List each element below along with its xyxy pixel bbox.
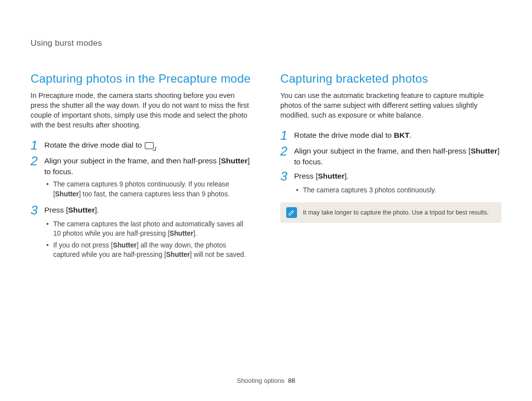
step-number: 2: [280, 145, 294, 157]
step-text: Align your subject in the frame, and the…: [44, 154, 252, 177]
left-intro: In Precapture mode, the camera starts sh…: [31, 91, 252, 130]
page-number: 88: [288, 377, 295, 384]
right-step-1: 1 Rotate the drive mode dial to BKT.: [280, 129, 501, 142]
bullet-bold: Shutter: [169, 230, 193, 237]
content-columns: Capturing photos in the Precapture mode …: [31, 72, 501, 264]
step-text-post: ].: [95, 206, 99, 214]
bullet-item: • The camera captures the last photo and…: [45, 219, 252, 239]
note-text: It may take longer to capture the photo.…: [303, 207, 489, 217]
step-text: Rotate the drive mode dial to BKT.: [294, 129, 412, 141]
left-column: Capturing photos in the Precapture mode …: [31, 72, 252, 264]
step-number: 3: [31, 204, 44, 216]
step-text-bold: Shutter: [68, 206, 95, 214]
step-text-post: ].: [344, 172, 349, 180]
step-text-pre: Align your subject in the frame, and the…: [294, 147, 470, 155]
right-step-3-bullets: • The camera captures 3 photos continuou…: [295, 185, 501, 195]
bullet-pre: If you do not press [: [53, 242, 113, 249]
step-text: Rotate the drive mode dial to .: [44, 139, 157, 151]
bullet-text: The camera captures 9 photos continuousl…: [53, 180, 252, 199]
step-text-bold: Shutter: [318, 172, 344, 180]
dial-icon: [145, 142, 154, 149]
step-text-bold: BKT: [394, 131, 409, 139]
bullet-text: If you do not press [Shutter] all the wa…: [53, 241, 252, 260]
left-step-2-bullets: • The camera captures 9 photos continuou…: [45, 180, 252, 199]
step-text-pre: Rotate the drive mode dial to: [44, 141, 144, 149]
bullet-bold: Shutter: [113, 242, 136, 249]
step-text-bold: Shutter: [470, 147, 497, 155]
bullet-bold: Shutter: [166, 251, 190, 258]
bullet-pre: The camera captures the last photo and a…: [53, 220, 243, 237]
bullet-text: The camera captures 3 photos continuousl…: [303, 185, 436, 195]
step-text-pre: Press [: [44, 206, 68, 214]
pencil-icon: [288, 209, 295, 216]
bullet-item: • The camera captures 3 photos continuou…: [295, 185, 501, 195]
step-text-bold: Shutter: [221, 156, 247, 165]
note-callout: It may take longer to capture the photo.…: [280, 202, 501, 223]
bullet-item: • The camera captures 9 photos continuou…: [45, 180, 252, 199]
step-text: Align your subject in the frame, and the…: [294, 145, 501, 167]
footer-section: Shooting options: [237, 377, 285, 384]
right-step-3: 3 Press [Shutter].: [280, 170, 501, 183]
step-number: 1: [280, 129, 294, 142]
page-footer: Shooting options 88: [0, 377, 532, 384]
left-step-3: 3 Press [Shutter].: [31, 204, 252, 216]
bullet-dot: •: [45, 180, 53, 189]
bullet-post: ] will not be saved.: [190, 251, 246, 258]
bullet-post: ].: [194, 230, 198, 237]
right-step-2: 2 Align your subject in the frame, and t…: [280, 145, 501, 167]
step-text-pre: Rotate the drive mode dial to: [294, 131, 394, 139]
left-step-1: 1 Rotate the drive mode dial to .: [31, 139, 252, 152]
bullet-text: The camera captures the last photo and a…: [53, 219, 252, 239]
step-number: 2: [31, 154, 44, 167]
right-intro: You can use the automatic bracketing fea…: [280, 91, 501, 120]
bullet-post: ] too fast, the camera captures less tha…: [79, 190, 230, 198]
section-header: Using burst modes: [31, 38, 501, 48]
bullet-dot: •: [45, 219, 53, 229]
bullet-dot: •: [45, 241, 53, 250]
step-text-post: .: [409, 131, 411, 139]
left-step-3-bullets: • The camera captures the last photo and…: [45, 219, 252, 259]
step-text: Press [Shutter].: [294, 170, 349, 182]
step-number: 3: [280, 170, 294, 183]
left-step-2: 2 Align your subject in the frame, and t…: [31, 154, 252, 177]
step-text-pre: Align your subject in the frame, and the…: [44, 156, 221, 165]
left-title: Capturing photos in the Precapture mode: [31, 72, 252, 86]
step-text-pre: Press [: [294, 172, 318, 180]
step-text: Press [Shutter].: [44, 204, 99, 216]
bullet-dot: •: [295, 185, 303, 195]
right-title: Capturing bracketed photos: [280, 72, 501, 86]
bullet-item: • If you do not press [Shutter] all the …: [45, 241, 252, 260]
right-column: Capturing bracketed photos You can use t…: [280, 72, 501, 264]
bullet-bold: Shutter: [55, 190, 79, 198]
note-icon: [286, 207, 297, 218]
step-number: 1: [31, 139, 44, 152]
